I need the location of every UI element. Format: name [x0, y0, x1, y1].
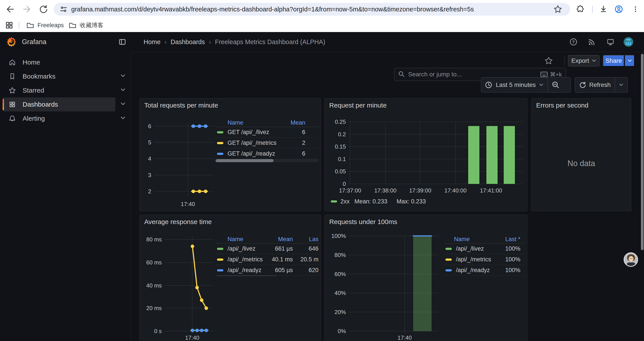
legend-scrollbar[interactable] [214, 159, 319, 162]
toolbar-divider [592, 6, 593, 13]
bookmark-folder-blogs[interactable]: 收藏博客 [66, 20, 106, 30]
export-button[interactable]: Export [568, 55, 600, 67]
floating-assistant-avatar[interactable] [624, 252, 638, 267]
chevron-down-icon[interactable] [120, 88, 126, 91]
series-color-pill [217, 131, 223, 133]
y-tick: 0% [325, 328, 346, 334]
zoom-out-icon[interactable] [548, 81, 563, 89]
sidebar-item-home[interactable]: Home [3, 55, 115, 69]
chevron-down-icon[interactable] [120, 74, 126, 77]
share-button[interactable]: Share [603, 55, 624, 67]
address-bar[interactable]: grafana.mathmast.com/d/deytv4rwavabkb/fr… [54, 3, 570, 16]
series-name: GET /api/_/livez [228, 129, 302, 136]
refresh-button[interactable]: Refresh [575, 77, 628, 93]
series-name: /api/_/metrics [228, 256, 264, 263]
extensions-icon[interactable] [575, 5, 584, 14]
kiosk-monitor-icon[interactable] [606, 38, 614, 46]
series-name: 2xx [340, 198, 350, 205]
series-name: /api/_/livez [228, 245, 264, 252]
legend-header[interactable]: Name Last * [444, 235, 525, 244]
user-avatar[interactable] [624, 37, 633, 47]
legend-row[interactable]: GET /api/_/metrics 2 [214, 138, 319, 149]
y-tick: 40% [325, 290, 346, 296]
breadcrumb-dashboards[interactable]: Dashboards [170, 38, 205, 46]
y-tick: 0.15 [325, 143, 346, 150]
panel-requests-under-100ms: Requests under 100ms 100% 80% 60% 40% 20… [324, 215, 528, 341]
legend-table: Name Mean Las /api/_/livez 661 µs 646 /a… [214, 235, 321, 276]
legend-row[interactable]: GET /api/_/readyz 6 [214, 149, 319, 159]
series-mean: 605 µs [264, 267, 293, 274]
back-icon[interactable] [6, 5, 15, 14]
profile-icon[interactable] [614, 5, 624, 14]
panel-errors-per-second: Errors per second No data [531, 98, 631, 211]
sidebar-item-bookmarks[interactable]: Bookmarks [3, 69, 115, 83]
sidebar-item-label: Alerting [22, 115, 45, 122]
share-menu-button[interactable] [625, 55, 634, 67]
time-range-label: Last 5 minutes [496, 81, 536, 88]
legend-header[interactable]: Name Mean [214, 119, 319, 127]
legend-row[interactable]: GET /api/_/livez 6 [214, 127, 319, 138]
legend-row[interactable]: /api/_/readyz 100% [444, 265, 525, 276]
x-tick: 17:38:00 [369, 187, 402, 194]
site-settings-icon[interactable] [59, 5, 68, 14]
legend-row[interactable]: /api/_/livez 661 µs 646 [214, 244, 321, 254]
series-color-pill [217, 248, 223, 250]
chevron-down-icon [592, 60, 596, 62]
legend-item-2xx[interactable]: 2xx Mean: 0.233 Max: 0.233 [331, 198, 426, 205]
chevron-down-icon[interactable] [120, 102, 126, 105]
browser-menu-icon[interactable] [631, 5, 640, 14]
y-tick: 0 [325, 181, 346, 187]
sidebar-item-label: Home [22, 59, 40, 66]
legend-header[interactable]: Name Mean Las [214, 235, 321, 244]
series-name: GET /api/_/readyz [228, 150, 302, 157]
grafana-logo[interactable] [6, 37, 17, 47]
legend-row[interactable]: /api/_/metrics 40.1 ms 20.5 m [214, 254, 321, 265]
bookmark-folder-freeleaps[interactable]: Freeleaps [24, 20, 67, 30]
page-scrollbar[interactable] [641, 54, 644, 250]
refresh-interval-icon[interactable] [615, 84, 627, 86]
star-icon [8, 87, 16, 94]
legend-table: Name Mean GET /api/_/livez 6 GET /api/_/… [214, 119, 319, 159]
sidebar-item-alerting[interactable]: Alerting [3, 112, 115, 126]
bar-chart [325, 99, 528, 212]
panel-title[interactable]: Errors per second [536, 102, 588, 109]
screenshot-root: grafana.mathmast.com/d/deytv4rwavabkb/fr… [0, 0, 644, 341]
sidebar-item-dashboards[interactable]: Dashboards [3, 97, 115, 112]
legend-row[interactable]: /api/_/metrics 100% [444, 254, 525, 265]
reload-icon[interactable] [38, 5, 48, 14]
y-tick: 20 ms [140, 305, 162, 311]
legend-row[interactable]: /api/_/readyz 605 µs 620 [214, 265, 321, 276]
series-mean: 2 [302, 140, 305, 146]
chevron-down-icon[interactable] [120, 116, 126, 119]
scrollbar-thumb[interactable] [216, 159, 274, 162]
series-color-pill [331, 200, 337, 203]
apps-grid-icon[interactable] [5, 21, 13, 29]
series-mean: 661 µs [264, 245, 293, 252]
bookmark-star-icon[interactable] [553, 5, 563, 14]
favorite-star-icon[interactable] [544, 56, 553, 65]
x-tick: 17:40 [179, 334, 206, 341]
series-name: /api/_/readyz [456, 267, 505, 274]
legend-scrollbar[interactable] [214, 276, 321, 276]
actions-divider [564, 56, 565, 66]
forward-icon[interactable] [22, 5, 32, 14]
y-tick: 3 [140, 172, 151, 178]
scrollbar-thumb[interactable] [216, 276, 278, 276]
news-rss-icon[interactable] [588, 38, 596, 46]
brand-title: Grafana [22, 32, 46, 52]
breadcrumb-separator: › [164, 38, 166, 46]
series-name: /api/_/readyz [228, 267, 264, 274]
sidebar-item-starred[interactable]: Starred [3, 83, 115, 97]
time-range-picker[interactable]: Last 5 minutes [481, 77, 571, 93]
y-tick: 20% [325, 309, 346, 315]
series-mean: 6 [302, 150, 305, 157]
downloads-icon[interactable] [599, 5, 608, 14]
series-last: 100% [505, 267, 520, 274]
breadcrumb-home[interactable]: Home [144, 38, 160, 46]
breadcrumb-separator: › [209, 38, 211, 46]
refresh-label: Refresh [589, 81, 611, 88]
help-icon[interactable]: ? [570, 38, 577, 46]
search-placeholder: Search or jump to... [408, 71, 540, 78]
sidebar-toggle-icon[interactable] [118, 38, 126, 46]
legend-row[interactable]: /api/_/livez 100% [444, 244, 525, 254]
